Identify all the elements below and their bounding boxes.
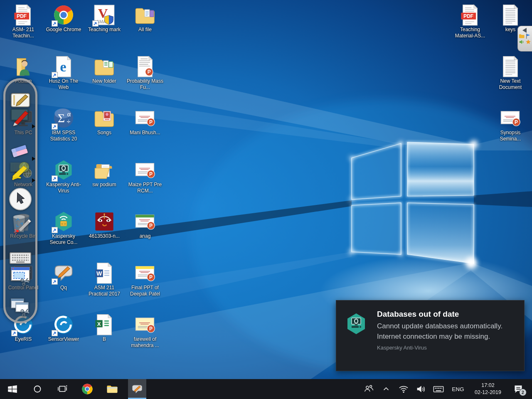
teaching-material-pdf-icon: PDF <box>459 4 481 26</box>
desktop-icon-songs[interactable]: Songs <box>84 107 124 136</box>
asm-211-teaching-pdf-icon: PDF <box>12 4 34 26</box>
desktop-icon-label: Songs <box>97 130 111 136</box>
notification-count-badge: 2 <box>519 389 527 396</box>
language-indicator[interactable]: ENG <box>449 386 467 392</box>
svg-text:Σ: Σ <box>58 111 65 125</box>
shortcut-arrow-icon <box>52 175 58 182</box>
desktop-icon-maize-ppt[interactable]: PMaize PPT Pre RCM... <box>125 159 165 194</box>
desktop-icon-durga-image[interactable]: 46135303-n... <box>84 211 124 239</box>
screen-pen-tool[interactable] <box>9 106 32 129</box>
desktop-icon-teaching-mark[interactable]: VAMATeaching mark <box>84 4 124 33</box>
start-button[interactable] <box>3 379 22 399</box>
cortana-search-button[interactable] <box>28 379 47 399</box>
desktop-icon-sw-podium[interactable]: sw podium <box>84 159 124 188</box>
desktop-icon-b-excel[interactable]: XB <box>84 314 124 342</box>
maize-ppt-icon: P <box>134 159 156 181</box>
mani-bhush-icon: P <box>134 107 156 129</box>
durga-image-icon <box>94 211 115 232</box>
desktop-icon-synopsis-seminar[interactable]: PSynopsis Semina... <box>490 107 530 142</box>
desktop-icon-label: Synopsis Semina... <box>490 130 530 142</box>
desktop-icon-label: New Text Document <box>490 78 530 91</box>
flyout-arrow-icon <box>32 157 35 161</box>
svg-text:α: α <box>67 111 71 118</box>
svg-text:PDF: PDF <box>463 13 473 19</box>
notification-app-name: Kaspersky Anti-Virus <box>377 345 514 351</box>
desktop-icon-new-folder[interactable]: New folder <box>84 56 124 84</box>
sensorviewer-icon <box>53 314 74 335</box>
desktop-icon-husz-on-the-web[interactable]: eHusz On The Web <box>44 56 84 91</box>
clock-time: 17:02 <box>470 382 505 389</box>
asm-211-practical-2017-icon: W <box>94 262 115 284</box>
capture-window-tool[interactable] <box>9 296 32 319</box>
shortcut-arrow-icon <box>11 330 17 336</box>
podium-app-icon <box>131 383 143 395</box>
desktop-icon-new-text-document[interactable]: New Text Document <box>490 56 530 91</box>
svg-text:P: P <box>149 119 153 125</box>
desktop-icon-anag[interactable]: Panag <box>125 211 165 239</box>
desktop-icon-all-file[interactable]: All file <box>125 4 165 33</box>
desktop-icon-label: Kaspersky Secure Co... <box>44 233 84 246</box>
desktop-icon-final-ppt-deepak-patel[interactable]: PFinal PPT of Deepak Patel <box>125 262 165 297</box>
desktop-icon-probability-mass[interactable]: PProbability Mass Fu... <box>125 56 165 91</box>
kaspersky-notification-toast[interactable]: Databases out of date Cannot update data… <box>336 300 525 371</box>
desktop-icon-ibm-spss-statistics-20[interactable]: Σα÷IBM SPSS Statistics 20 <box>44 107 84 142</box>
desktop-icon-kaspersky-anti-virus[interactable]: Kaspersky Anti-Virus <box>44 159 84 194</box>
shortcut-arrow-icon <box>52 227 58 233</box>
desktop-icon-asm-211-teaching-pdf[interactable]: PDFASM- 211 Teachin... <box>3 4 43 39</box>
desktop-icon-kaspersky-secure-connection[interactable]: < >Kaspersky Secure Co... <box>44 211 84 246</box>
probability-mass-icon: P <box>134 56 156 77</box>
highlighter-pen-tool[interactable] <box>9 160 32 183</box>
shortcut-arrow-icon <box>52 330 58 336</box>
desktop-icon-label: EyeRIS <box>15 336 32 342</box>
sw-podium-icon <box>94 159 115 181</box>
dock-folder-icon <box>519 33 525 39</box>
tray-hidden-icons-chevron-icon[interactable] <box>379 379 393 399</box>
svg-text:P: P <box>148 69 151 75</box>
capture-region-tool[interactable] <box>9 265 32 288</box>
desktop-icon-sensorviewer[interactable]: SensorViewer <box>44 314 84 342</box>
desktop-icon-label: Probability Mass Fu... <box>125 78 165 91</box>
pointer-tool[interactable] <box>9 187 32 211</box>
taskbar-apps <box>3 379 146 399</box>
collapse-arrow-icon[interactable] <box>521 27 529 33</box>
taskbar-chrome-button[interactable] <box>78 379 96 399</box>
svg-text:÷: ÷ <box>66 118 70 125</box>
action-center-button[interactable]: 2 <box>509 379 528 399</box>
taskbar-clock[interactable]: 17:02 02-12-2019 <box>470 382 505 397</box>
tray-volume-icon[interactable] <box>414 379 428 399</box>
flyout-arrow-icon <box>32 178 35 182</box>
b-excel-icon: X <box>94 314 115 335</box>
qq-icon <box>53 262 74 284</box>
desktop-icon-mani-bhush[interactable]: PMani Bhush... <box>125 107 165 136</box>
desktop-icon-farewell-of-mahendra[interactable]: Pfarewell of mahendra ... <box>125 314 165 349</box>
desktop-icon-google-chrome[interactable]: Google Chrome <box>44 4 84 33</box>
all-file-icon <box>134 4 156 26</box>
collapsed-dock-tab[interactable] <box>517 26 532 52</box>
svg-text:P: P <box>149 326 153 332</box>
task-view-button[interactable] <box>53 379 71 399</box>
windows-logo-icon <box>6 383 19 395</box>
notification-title: Databases out of date <box>377 310 514 319</box>
new-text-document-icon <box>500 56 521 77</box>
shortcut-arrow-icon <box>52 72 58 78</box>
dock-flag-icon <box>525 33 531 39</box>
farewell-of-mahendra-icon: P <box>134 314 156 335</box>
husz-on-the-web-icon: e <box>53 56 74 77</box>
eraser-tool[interactable] <box>9 138 32 162</box>
synopsis-seminar-icon: P <box>500 107 521 129</box>
taskbar-file-explorer-button[interactable] <box>103 379 121 399</box>
desktop-icon-asm-211-practical-2017[interactable]: WASM 211 Practical 2017 <box>84 262 124 297</box>
desktop-icon-qq[interactable]: Qq <box>44 262 84 291</box>
tray-wifi-icon[interactable] <box>397 379 411 399</box>
tray-touch-keyboard-icon[interactable] <box>431 379 446 399</box>
taskbar-podium-app-button[interactable] <box>128 379 146 399</box>
clock-date: 02-12-2019 <box>470 389 505 397</box>
desktop-icon-teaching-material-pdf[interactable]: PDFTeaching Material-AS... <box>450 4 490 39</box>
tray-people-icon[interactable] <box>362 379 376 399</box>
svg-text:P: P <box>515 119 518 125</box>
google-chrome-icon <box>53 4 74 26</box>
desktop-icon-label: ASM 211 Practical 2017 <box>84 285 124 297</box>
flyout-arrow-icon <box>32 124 35 128</box>
kaspersky-secure-connection-icon: < > <box>53 211 74 232</box>
clear-annotations-tool[interactable] <box>9 212 32 235</box>
